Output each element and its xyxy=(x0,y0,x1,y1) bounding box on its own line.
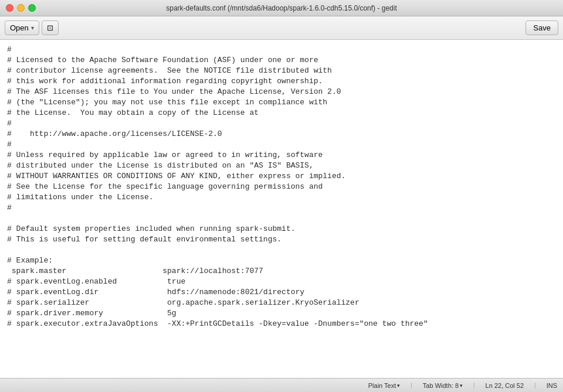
window-title: spark-defaults.conf (/mnt/sda6/Hadoop/sp… xyxy=(166,4,397,12)
open-button[interactable]: Open ▾ xyxy=(5,21,39,35)
save-label: Save xyxy=(533,23,551,32)
titlebar: spark-defaults.conf (/mnt/sda6/Hadoop/sp… xyxy=(0,0,563,16)
maximize-button[interactable] xyxy=(28,4,36,12)
minimize-button[interactable] xyxy=(17,4,25,12)
toolbar-left: Open ▾ ⊡ xyxy=(5,21,59,35)
position-label: Ln 22, Col 52 xyxy=(486,382,524,389)
editor-container[interactable]: # # Licensed to the Apache Software Foun… xyxy=(0,40,563,378)
close-button[interactable] xyxy=(6,4,13,12)
restore-button[interactable]: ⊡ xyxy=(42,21,59,35)
file-type-indicator[interactable]: Plain Text ▾ xyxy=(368,382,401,389)
edit-mode: INS xyxy=(547,382,557,389)
restore-icon: ⊡ xyxy=(47,23,53,32)
statusbar: Plain Text ▾ | Tab Width: 8 ▾ | Ln 22, C… xyxy=(0,378,563,392)
titlebar-buttons xyxy=(6,4,36,12)
toolbar: Open ▾ ⊡ Save xyxy=(0,16,563,40)
file-type-label: Plain Text xyxy=(368,382,396,389)
editor-content[interactable]: # # Licensed to the Apache Software Foun… xyxy=(7,45,556,329)
tab-width-indicator[interactable]: Tab Width: 8 ▾ xyxy=(423,382,463,389)
open-label: Open xyxy=(10,23,29,32)
file-type-arrow: ▾ xyxy=(397,383,400,388)
save-button[interactable]: Save xyxy=(525,21,558,35)
tab-width-arrow: ▾ xyxy=(460,383,463,388)
open-dropdown-arrow: ▾ xyxy=(31,25,34,31)
tab-width-label: Tab Width: 8 xyxy=(423,382,459,389)
statusbar-divider-2: | xyxy=(472,382,476,389)
statusbar-divider-3: | xyxy=(533,382,537,389)
statusbar-divider-1: | xyxy=(409,382,413,389)
mode-label: INS xyxy=(547,382,557,389)
cursor-position: Ln 22, Col 52 xyxy=(486,382,524,389)
